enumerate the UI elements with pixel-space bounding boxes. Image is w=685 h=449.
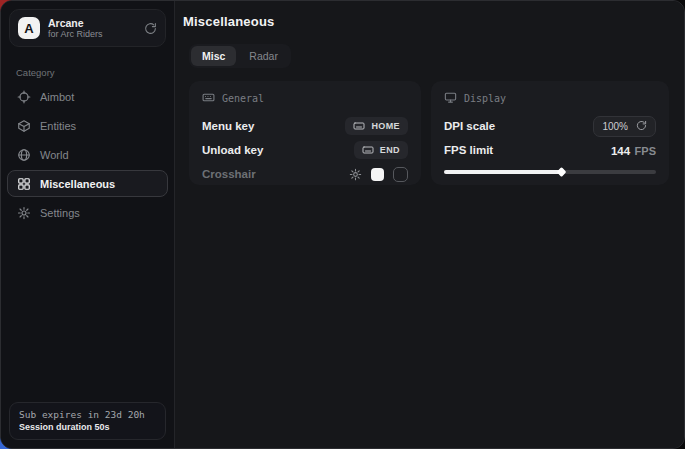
- gear-icon: [17, 206, 31, 220]
- general-card-title: General: [222, 93, 264, 104]
- sidebar-spacer: [1, 226, 174, 394]
- fps-limit-value: 144: [611, 145, 630, 157]
- monitor-icon: [444, 91, 457, 106]
- keyboard-icon: [362, 144, 374, 156]
- page-title: Miscellaneous: [183, 14, 669, 29]
- fps-limit-unit: FPS: [635, 145, 656, 157]
- unload-key-value: END: [380, 145, 400, 155]
- tab-misc[interactable]: Misc: [191, 46, 236, 66]
- crosshair-controls: [349, 167, 408, 182]
- account-name: Arcane: [48, 17, 103, 29]
- sub-expires-text: Sub expires in 23d 20h: [19, 409, 156, 420]
- dpi-scale-row: DPI scale 100%: [444, 114, 656, 138]
- unload-key-row: Unload key END: [202, 138, 408, 162]
- display-card-title: Display: [464, 93, 506, 104]
- refresh-icon[interactable]: [144, 22, 157, 35]
- sidebar-item-label: Entities: [40, 120, 76, 132]
- unload-key-bind-button[interactable]: END: [354, 141, 408, 159]
- fps-slider-thumb[interactable]: [556, 167, 566, 177]
- menu-key-value: HOME: [371, 121, 400, 131]
- crosshair-row: Crosshair: [202, 162, 408, 186]
- keyboard-icon: [353, 120, 365, 132]
- general-card-header: General: [202, 91, 408, 106]
- settings-cards: General Menu key HOME Unload key END: [189, 81, 669, 185]
- sidebar-item-label: Settings: [40, 207, 80, 219]
- subscription-card: Sub expires in 23d 20h Session duration …: [9, 402, 166, 440]
- sidebar-item-entities[interactable]: Entities: [7, 112, 168, 139]
- grid-icon: [17, 177, 31, 191]
- account-subtitle: for Arc Riders: [48, 29, 103, 40]
- menu-key-row: Menu key HOME: [202, 114, 408, 138]
- sidebar-item-world[interactable]: World: [7, 141, 168, 168]
- fps-slider-fill: [444, 170, 561, 174]
- crosshair-checkbox[interactable]: [393, 167, 408, 182]
- dpi-scale-label: DPI scale: [444, 120, 495, 132]
- entities-icon: [17, 119, 31, 133]
- main-panel: Miscellaneous Misc Radar General Menu ke…: [175, 1, 684, 448]
- avatar: A: [18, 17, 40, 39]
- crosshair-settings-gear-icon[interactable]: [349, 168, 362, 181]
- fps-limit-row: FPS limit 144 FPS: [444, 138, 656, 162]
- crosshair-label: Crosshair: [202, 168, 256, 180]
- menu-key-bind-button[interactable]: HOME: [345, 117, 408, 135]
- app-window: A Arcane for Arc Riders Category Aimbot: [0, 0, 685, 449]
- keyboard-icon: [202, 91, 215, 106]
- dpi-scale-control[interactable]: 100%: [593, 116, 656, 137]
- tab-bar: Misc Radar: [189, 44, 291, 68]
- sidebar: A Arcane for Arc Riders Category Aimbot: [1, 1, 175, 448]
- sidebar-item-aimbot[interactable]: Aimbot: [7, 83, 168, 110]
- sidebar-item-label: World: [40, 149, 69, 161]
- dpi-scale-value: 100%: [602, 121, 628, 132]
- sidebar-nav: Aimbot Entities World Miscellaneous: [1, 83, 174, 226]
- fps-limit-label: FPS limit: [444, 144, 493, 156]
- account-info: Arcane for Arc Riders: [48, 17, 103, 40]
- tab-radar[interactable]: Radar: [238, 46, 289, 66]
- sidebar-item-settings[interactable]: Settings: [7, 199, 168, 226]
- unload-key-label: Unload key: [202, 144, 263, 156]
- fps-limit-slider[interactable]: [444, 170, 656, 174]
- display-card: Display DPI scale 100% FPS limit 144: [431, 81, 669, 185]
- account-card[interactable]: A Arcane for Arc Riders: [9, 9, 166, 47]
- sidebar-item-miscellaneous[interactable]: Miscellaneous: [7, 170, 168, 197]
- sidebar-item-label: Miscellaneous: [40, 178, 115, 190]
- rotate-icon[interactable]: [636, 120, 647, 133]
- fps-limit-value-group: 144 FPS: [611, 141, 656, 159]
- display-card-header: Display: [444, 91, 656, 106]
- menu-key-label: Menu key: [202, 120, 254, 132]
- session-duration-text: Session duration 50s: [19, 422, 156, 432]
- sidebar-item-label: Aimbot: [40, 91, 74, 103]
- globe-icon: [17, 148, 31, 162]
- crosshair-color-swatch[interactable]: [371, 168, 384, 181]
- category-label: Category: [16, 67, 174, 78]
- general-card: General Menu key HOME Unload key END: [189, 81, 421, 185]
- crosshair-icon: [17, 90, 31, 104]
